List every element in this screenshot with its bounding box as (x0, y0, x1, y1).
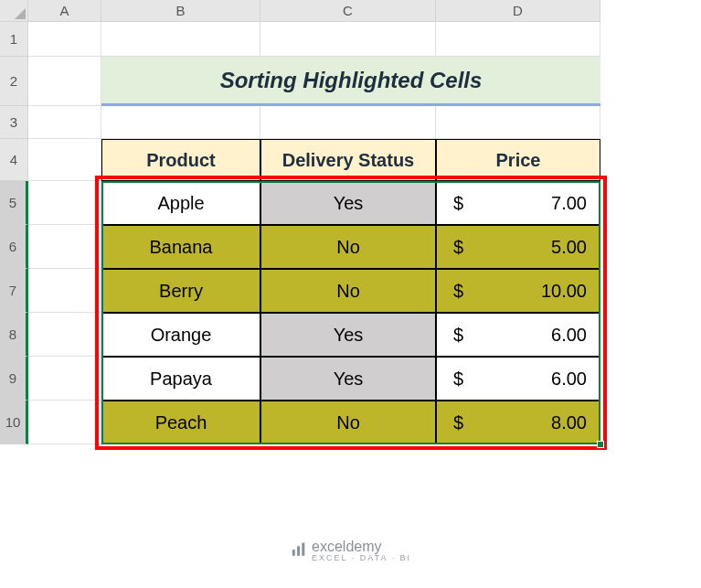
cell-b6[interactable]: Banana (101, 225, 260, 269)
row-header-6[interactable]: 6 (0, 225, 28, 269)
cell-a5[interactable] (28, 181, 101, 225)
cell-d8[interactable]: $6.00 (436, 313, 600, 357)
status-label: Yes (334, 369, 364, 390)
currency-label: $ (453, 281, 463, 302)
cell-c10[interactable]: No (260, 401, 436, 444)
row-header-1[interactable]: 1 (0, 22, 28, 57)
cell-d7[interactable]: $10.00 (436, 269, 600, 313)
cell-a2[interactable] (28, 57, 101, 106)
price-label: 5.00 (551, 237, 587, 258)
cell-b10[interactable]: Peach (101, 401, 260, 444)
cell-b7[interactable]: Berry (101, 269, 260, 313)
cell-a1[interactable] (28, 22, 101, 57)
row-header-7[interactable]: 7 (0, 269, 28, 313)
cell-a7[interactable] (28, 269, 101, 313)
row-header-4[interactable]: 4 (0, 139, 28, 181)
watermark: exceldemy EXCEL · DATA · BI (290, 540, 411, 562)
cell-d10[interactable]: $8.00 (436, 401, 600, 444)
cell-c6[interactable]: No (260, 225, 436, 269)
title-cell[interactable]: Sorting Highlighted Cells (101, 57, 600, 106)
th-status[interactable]: Delivery Status (260, 139, 436, 181)
cell-b9[interactable]: Papaya (101, 357, 260, 401)
price-label: 7.00 (551, 193, 587, 214)
cell-a9[interactable] (28, 357, 101, 401)
cell-c5[interactable]: Yes (260, 181, 436, 225)
cell-c1[interactable] (260, 22, 436, 57)
cell-b8[interactable]: Orange (101, 313, 260, 357)
currency-label: $ (453, 369, 463, 390)
status-label: Yes (334, 193, 364, 214)
col-header-c[interactable]: C (260, 0, 436, 22)
status-label: No (336, 237, 360, 258)
cell-b5[interactable]: Apple (101, 181, 260, 225)
watermark-brand: exceldemy (312, 540, 411, 554)
cell-d1[interactable] (436, 22, 600, 57)
price-label: 8.00 (551, 412, 587, 433)
currency-label: $ (453, 412, 463, 433)
svg-rect-0 (292, 550, 294, 556)
row-header-10[interactable]: 10 (0, 401, 28, 444)
th-price[interactable]: Price (436, 139, 600, 181)
cell-c7[interactable]: No (260, 269, 436, 313)
status-label: No (336, 281, 360, 302)
cell-d9[interactable]: $6.00 (436, 357, 600, 401)
fill-handle[interactable] (597, 441, 604, 448)
cell-c8[interactable]: Yes (260, 313, 436, 357)
cell-a10[interactable] (28, 401, 101, 444)
col-header-a[interactable]: A (28, 0, 101, 22)
cell-a4[interactable] (28, 139, 101, 181)
product-label: Berry (159, 281, 203, 302)
svg-rect-2 (302, 542, 304, 555)
price-label: 10.00 (541, 281, 587, 302)
select-all-corner[interactable] (0, 0, 28, 22)
price-label: 6.00 (551, 369, 587, 390)
price-label: 6.00 (551, 325, 587, 346)
product-label: Papaya (150, 369, 212, 390)
spreadsheet-grid: A B C D 1 2 Sorting Highlighted Cells 3 … (0, 0, 701, 444)
cell-a6[interactable] (28, 225, 101, 269)
cell-a8[interactable] (28, 313, 101, 357)
row-header-9[interactable]: 9 (0, 357, 28, 401)
row-header-3[interactable]: 3 (0, 106, 28, 139)
cell-d6[interactable]: $5.00 (436, 225, 600, 269)
chart-icon (290, 541, 306, 561)
product-label: Peach (155, 412, 207, 433)
th-product[interactable]: Product (101, 139, 260, 181)
cell-b1[interactable] (101, 22, 260, 57)
cell-d5[interactable]: $7.00 (436, 181, 600, 225)
status-label: Yes (334, 325, 364, 346)
status-label: No (336, 412, 360, 433)
currency-label: $ (453, 237, 463, 258)
row-header-8[interactable]: 8 (0, 313, 28, 357)
currency-label: $ (453, 325, 463, 346)
cell-c9[interactable]: Yes (260, 357, 436, 401)
cell-b3[interactable] (101, 106, 260, 139)
product-label: Apple (157, 193, 204, 214)
col-header-b[interactable]: B (101, 0, 260, 22)
cell-a3[interactable] (28, 106, 101, 139)
product-label: Orange (151, 325, 212, 346)
row-header-2[interactable]: 2 (0, 57, 28, 106)
svg-rect-1 (297, 546, 300, 556)
cell-d3[interactable] (436, 106, 600, 139)
currency-label: $ (453, 193, 463, 214)
watermark-tag: EXCEL · DATA · BI (312, 554, 411, 562)
col-header-d[interactable]: D (436, 0, 600, 22)
cell-c3[interactable] (260, 106, 436, 139)
product-label: Banana (150, 237, 213, 258)
row-header-5[interactable]: 5 (0, 181, 28, 225)
